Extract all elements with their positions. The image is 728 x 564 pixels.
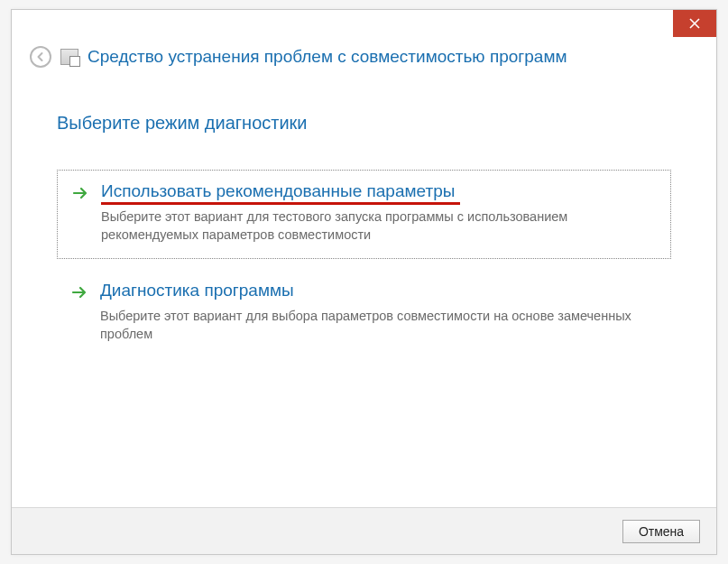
back-arrow-icon — [35, 51, 46, 62]
option-description: Выберите этот вариант для выбора парамет… — [100, 308, 657, 343]
option-diagnose[interactable]: Диагностика программы Выберите этот вари… — [57, 270, 671, 357]
option-description: Выберите этот вариант для тестового запу… — [101, 208, 656, 244]
wizard-header: Средство устранения проблем с совместимо… — [12, 10, 716, 86]
close-icon — [689, 18, 700, 29]
option-title: Использовать рекомендованные параметры — [101, 181, 455, 201]
close-button[interactable] — [673, 10, 716, 37]
wizard-footer: Отмена — [12, 507, 716, 554]
wizard-title: Средство устранения проблем с совместимо… — [88, 47, 567, 67]
option-recommended[interactable]: Использовать рекомендованные параметры В… — [57, 170, 671, 259]
back-button — [30, 46, 51, 68]
option-title: Диагностика программы — [100, 281, 294, 300]
arrow-right-icon — [71, 284, 88, 300]
wizard-icon — [60, 49, 78, 65]
cancel-button[interactable]: Отмена — [622, 520, 700, 543]
page-subtitle: Выберите режим диагностики — [57, 113, 671, 134]
wizard-content: Выберите режим диагностики Использовать … — [12, 86, 716, 386]
arrow-right-icon — [72, 185, 88, 201]
troubleshooter-window: Средство устранения проблем с совместимо… — [11, 9, 717, 555]
